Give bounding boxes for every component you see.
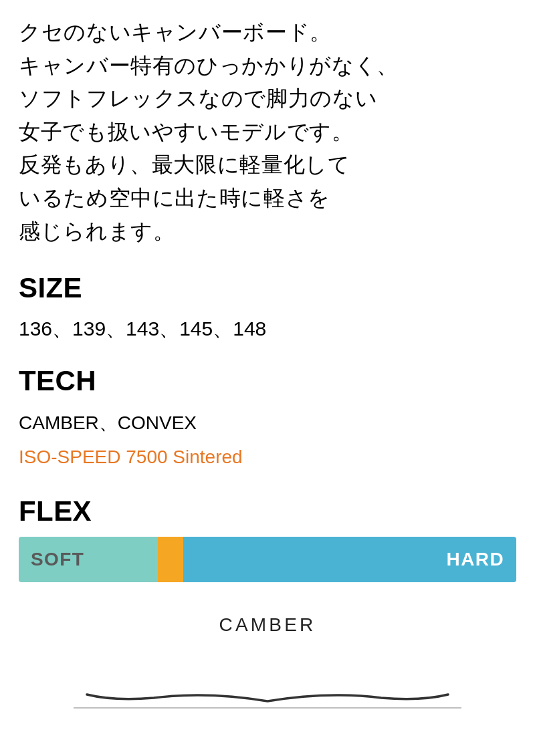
flex-soft-label: SOFT — [31, 549, 84, 570]
camber-diagram — [74, 648, 461, 717]
size-heading: SIZE — [19, 272, 516, 304]
flex-hard-label: HARD — [447, 549, 504, 570]
camber-svg — [74, 648, 461, 715]
flex-section: FLEX SOFT HARD — [19, 495, 516, 582]
description-block: クセのないキャンバーボード。 キャンバー特有のひっかかりがなく、 ソフトフレック… — [19, 16, 516, 248]
flex-bar: SOFT HARD — [19, 537, 516, 582]
flex-bar-soft: SOFT — [19, 537, 158, 582]
flex-heading: FLEX — [19, 495, 516, 527]
flex-bar-indicator — [158, 537, 183, 582]
tech-line-1: CAMBER、CONVEX — [19, 406, 516, 440]
tech-line-2: ISO-SPEED 7500 Sintered — [19, 440, 516, 474]
tech-heading: TECH — [19, 365, 516, 397]
size-section: SIZE 136、139、143、145、148 — [19, 272, 516, 344]
camber-label: CAMBER — [219, 614, 316, 636]
camber-section: CAMBER — [19, 614, 516, 717]
size-values: 136、139、143、145、148 — [19, 313, 516, 344]
description-text: クセのないキャンバーボード。 キャンバー特有のひっかかりがなく、 ソフトフレック… — [19, 16, 516, 248]
tech-section: TECH CAMBER、CONVEX ISO-SPEED 7500 Sinter… — [19, 365, 516, 474]
flex-bar-hard: HARD — [183, 537, 517, 582]
